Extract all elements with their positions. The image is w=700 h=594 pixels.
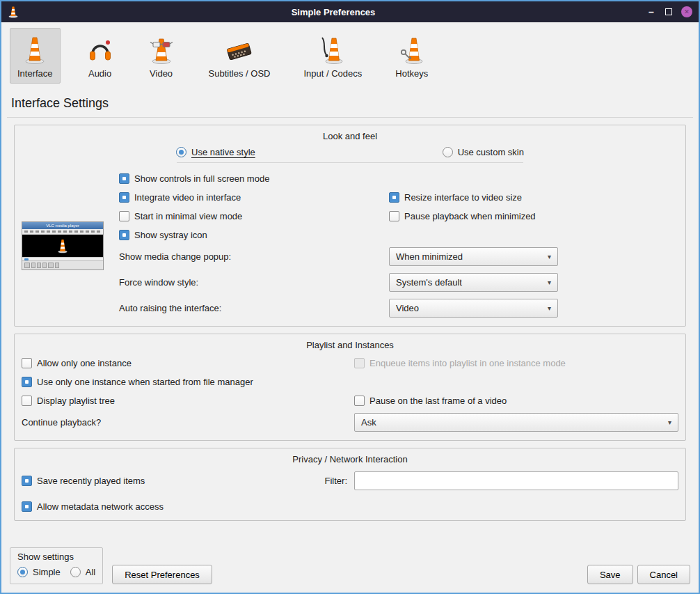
radio-indicator: [443, 147, 453, 157]
thumb-control-button: [48, 263, 54, 268]
minimize-button[interactable]: –: [646, 6, 656, 17]
checkbox-label: Pause on the last frame of a video: [369, 396, 507, 406]
input-codecs-cone-icon: [319, 33, 347, 66]
auto-raising-label: Auto raising the interface:: [119, 303, 389, 313]
checkbox-indicator: [389, 192, 399, 203]
checkbox-label: Allow only one instance: [37, 358, 132, 368]
checkbox-integrate-video[interactable]: Integrate video in interface: [119, 192, 389, 203]
checkbox-label: Show controls in full screen mode: [134, 173, 269, 184]
checkbox-one-instance-file-manager[interactable]: Use only one instance when started from …: [22, 376, 354, 387]
thumb-seekbar: [22, 257, 103, 260]
chevron-down-icon: ▾: [548, 279, 551, 286]
save-button[interactable]: Save: [587, 565, 633, 584]
tab-interface[interactable]: Interface: [10, 28, 61, 84]
checkbox-show-controls-fullscreen[interactable]: Show controls in full screen mode: [119, 173, 389, 184]
titlebar[interactable]: Simple Preferences – ✕: [1, 1, 699, 22]
radio-indicator: [17, 567, 28, 577]
force-window-style-select[interactable]: System's default ▾: [389, 273, 558, 292]
tab-hotkeys[interactable]: Hotkeys: [388, 28, 436, 84]
thumb-titlebar: VLC media player: [22, 222, 103, 229]
window-controls: – ✕: [646, 6, 692, 17]
restore-button[interactable]: [665, 8, 672, 15]
media-change-popup-label: Show media change popup:: [119, 251, 389, 262]
checkbox-allow-metadata[interactable]: Allow metadata network access: [22, 501, 678, 512]
checkbox-label: Pause playback when minimized: [404, 211, 536, 221]
checkbox-indicator: [22, 501, 32, 512]
checkbox-allow-one-instance[interactable]: Allow only one instance: [22, 357, 354, 368]
select-value: System's default: [396, 277, 462, 288]
group-title: Look and feel: [22, 130, 678, 146]
checkbox-pause-last-frame[interactable]: Pause on the last frame of a video: [354, 395, 678, 406]
checkbox-display-playlist-tree[interactable]: Display playlist tree: [22, 395, 354, 406]
media-change-popup-select[interactable]: When minimized ▾: [389, 247, 558, 266]
select-value: Video: [396, 303, 419, 313]
interface-preview-thumbnail: VLC media player: [22, 221, 104, 270]
dialog-buttons: Save Cancel: [587, 565, 690, 584]
tab-audio[interactable]: Audio: [79, 28, 122, 84]
radio-label: All: [86, 567, 95, 577]
cancel-button[interactable]: Cancel: [637, 565, 690, 584]
style-radio-row: Use native style Use custom skin: [176, 147, 524, 157]
window-title: Simple Preferences: [20, 7, 646, 17]
tab-subtitles-osd[interactable]: Subtitles / OSD: [201, 28, 278, 84]
tab-video[interactable]: Video: [140, 28, 183, 84]
look-and-feel-form: Show controls in full screen mode Integr…: [119, 173, 558, 318]
thumb-video-area: [22, 235, 103, 257]
checkbox-indicator: [22, 476, 32, 486]
radio-settings-all[interactable]: All: [70, 567, 95, 577]
tab-label: Audio: [88, 68, 111, 79]
checkbox-label: Enqueue items into playlist in one insta…: [369, 358, 566, 368]
radio-label: Use native style: [191, 147, 255, 157]
interface-cone-icon: [21, 33, 49, 66]
checkbox-pause-minimized[interactable]: Pause playback when minimized: [389, 210, 558, 221]
thumb-control-button: [24, 263, 30, 268]
radio-label: Simple: [33, 567, 61, 577]
grid-spacer: [389, 229, 558, 240]
chevron-down-icon: ▾: [668, 419, 671, 426]
continue-playback-label: Continue playback?: [22, 417, 354, 428]
radio-use-custom-skin[interactable]: Use custom skin: [443, 147, 524, 157]
checkbox-label: Start in minimal view mode: [134, 211, 242, 221]
show-settings-group: Show settings Simple All: [10, 547, 103, 584]
checkbox-indicator: [119, 173, 129, 184]
simple-preferences-window: Simple Preferences – ✕ Interface: [0, 0, 700, 594]
video-cone-icon: [148, 33, 175, 66]
radio-use-native-style[interactable]: Use native style: [176, 147, 255, 157]
thumb-cone-icon: [57, 238, 68, 253]
tab-label: Interface: [17, 68, 53, 79]
checkbox-indicator: [354, 396, 365, 406]
privacy-network-group: Privacy / Network Interaction Save recen…: [14, 448, 686, 521]
thumb-control-button: [42, 263, 47, 268]
checkbox-label: Display playlist tree: [37, 396, 115, 406]
checkbox-show-systray[interactable]: Show systray icon: [119, 229, 389, 240]
force-window-style-row: Force window style: System's default ▾: [119, 273, 558, 292]
radio-settings-simple[interactable]: Simple: [17, 567, 61, 577]
media-change-popup-row: Show media change popup: When minimized …: [119, 247, 558, 266]
continue-playback-select[interactable]: Ask ▾: [354, 413, 678, 432]
tab-label: Subtitles / OSD: [209, 68, 271, 79]
checkbox-start-minimal[interactable]: Start in minimal view mode: [119, 210, 389, 221]
checkbox-indicator: [354, 358, 365, 368]
checkbox-indicator: [22, 396, 32, 406]
group-title: Privacy / Network Interaction: [22, 453, 678, 469]
close-button[interactable]: ✕: [681, 6, 692, 17]
tab-label: Input / Codecs: [303, 68, 362, 79]
checkbox-indicator: [119, 230, 129, 240]
checkbox-enqueue-items: Enqueue items into playlist in one insta…: [354, 357, 678, 368]
thumb-menubar: [22, 229, 103, 235]
chevron-down-icon: ▾: [548, 253, 551, 260]
thumb-controlbar: [22, 260, 103, 269]
privacy-row-1-left: Save recently played items Filter:: [22, 476, 354, 487]
reset-preferences-button[interactable]: Reset Preferences: [112, 565, 212, 584]
checkbox-indicator: [119, 192, 129, 203]
headphones-icon: [86, 33, 114, 66]
checkbox-resize-interface[interactable]: Resize interface to video size: [389, 192, 558, 203]
checkbox-save-recent[interactable]: Save recently played items: [22, 476, 145, 487]
tab-input-codecs[interactable]: Input / Codecs: [296, 28, 369, 84]
filter-label: Filter:: [325, 476, 348, 486]
auto-raising-select[interactable]: Video ▾: [389, 299, 558, 318]
vlc-cone-icon: [8, 5, 20, 19]
filter-input[interactable]: [354, 471, 678, 490]
chevron-down-icon: ▾: [548, 304, 551, 312]
playlist-instances-group: Playlist and Instances Allow only one in…: [14, 334, 686, 441]
